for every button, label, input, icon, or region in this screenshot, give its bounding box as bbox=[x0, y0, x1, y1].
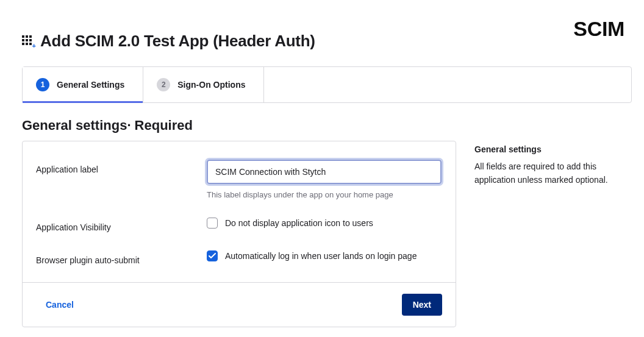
step-number-icon: 2 bbox=[157, 78, 170, 91]
tab-sign-on-options[interactable]: 2 Sign-On Options bbox=[143, 67, 264, 102]
application-label-helper: This label displays under the app on you… bbox=[207, 190, 442, 199]
step-number-icon: 1 bbox=[36, 78, 49, 91]
wizard-tabs: 1 General Settings 2 Sign-On Options bbox=[22, 66, 632, 103]
next-button[interactable]: Next bbox=[402, 294, 442, 316]
sidebar-text: All fields are required to add this appl… bbox=[474, 160, 632, 186]
general-settings-panel: Application label This label displays un… bbox=[22, 141, 456, 327]
auto-submit-checkbox[interactable] bbox=[207, 250, 218, 261]
visibility-checkbox-label: Do not display application icon to users bbox=[225, 218, 373, 228]
tab-label: Sign-On Options bbox=[177, 80, 245, 90]
tab-label: General Settings bbox=[57, 80, 124, 90]
cancel-button[interactable]: Cancel bbox=[46, 300, 74, 310]
tab-general-settings[interactable]: 1 General Settings bbox=[23, 67, 143, 102]
page-title: Add SCIM 2.0 Test App (Header Auth) bbox=[40, 32, 315, 51]
visibility-label: Application Visibility bbox=[36, 218, 207, 232]
application-label-label: Application label bbox=[36, 160, 207, 174]
visibility-checkbox[interactable] bbox=[207, 218, 218, 229]
scim-logo: SCIM bbox=[573, 17, 624, 41]
application-label-input[interactable] bbox=[207, 160, 442, 184]
sidebar-title: General settings bbox=[474, 144, 632, 154]
add-app-icon: + bbox=[22, 35, 34, 48]
auto-submit-label: Browser plugin auto-submit bbox=[36, 250, 207, 265]
auto-submit-checkbox-label: Automatically log in when user lands on … bbox=[225, 251, 417, 261]
section-heading: General settings· Required bbox=[22, 118, 622, 133]
